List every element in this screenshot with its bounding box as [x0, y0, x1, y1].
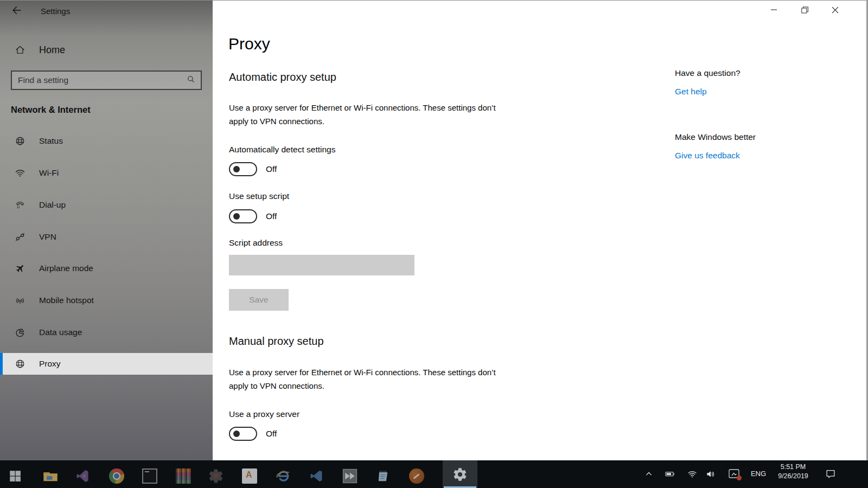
windows-logo-icon: [8, 469, 22, 483]
back-arrow-icon: [11, 4, 23, 18]
tray-time: 5:51 PM: [764, 463, 822, 472]
orange-tool-icon: [409, 468, 424, 484]
automatic-proxy-heading: Automatic proxy setup: [229, 71, 336, 84]
taskbar-notepad-icon[interactable]: [372, 465, 394, 487]
terminal-window-icon: [142, 468, 157, 484]
ie-logo-icon: [275, 468, 291, 484]
taskbar-archive-manager-icon[interactable]: [173, 465, 194, 487]
taskbar-settings-icon-active[interactable]: [443, 460, 477, 488]
settings-gear-icon: [452, 467, 468, 482]
restore-button[interactable]: [792, 2, 817, 18]
sidebar-item-proxy[interactable]: Proxy: [0, 353, 213, 375]
back-button[interactable]: [10, 4, 24, 18]
notification-badge: [737, 476, 742, 480]
detect-settings-label: Automatically detect settings: [229, 145, 335, 155]
vscode-logo-icon: [309, 468, 324, 484]
have-a-question-heading: Have a question?: [675, 68, 741, 78]
sidebar-item-vpn[interactable]: VPN: [0, 226, 213, 248]
taskbar-internet-explorer-icon[interactable]: [272, 465, 294, 487]
tray-clock[interactable]: 5:51 PM 9/26/2019: [764, 463, 822, 481]
automatic-proxy-description: Use a proxy server for Ethernet or Wi-Fi…: [229, 101, 511, 128]
tray-notification-app-icon[interactable]: [727, 468, 741, 480]
sidebar-item-data-usage[interactable]: Data usage: [0, 322, 213, 343]
toggle-knob: [233, 213, 240, 220]
proxy-settings-page: Proxy Automatic proxy setup Use a proxy …: [213, 0, 868, 460]
taskbar-command-prompt-icon[interactable]: [139, 465, 161, 487]
pie-chart-icon: [15, 327, 25, 338]
sidebar-item-home[interactable]: Home: [0, 40, 213, 60]
script-address-label: Script address: [229, 238, 283, 248]
window-title: Settings: [41, 7, 70, 16]
action-center-icon: [825, 468, 837, 480]
home-icon: [15, 44, 25, 55]
toggle-knob: [233, 166, 240, 172]
taskbar-media-forward-icon[interactable]: [339, 465, 361, 487]
airplane-icon: [15, 263, 25, 274]
tray-wifi-icon[interactable]: [687, 468, 698, 479]
start-button[interactable]: [4, 465, 26, 487]
chevron-up-icon: [643, 468, 654, 479]
home-label: Home: [39, 44, 65, 56]
globe-icon: [15, 358, 25, 369]
setup-script-label: Use setup script: [229, 191, 289, 201]
close-icon: [832, 7, 839, 14]
detect-settings-toggle[interactable]: [229, 162, 257, 176]
sidebar-section-heading: Network & Internet: [11, 105, 91, 115]
tray-date: 9/26/2019: [764, 472, 822, 481]
toggle-knob: [233, 431, 240, 437]
minimize-button[interactable]: [762, 2, 787, 18]
tray-hidden-icons-chevron[interactable]: [643, 468, 654, 479]
vpn-icon: [15, 232, 25, 242]
dark-gear-icon: [208, 468, 224, 484]
settings-search-box[interactable]: [11, 70, 202, 90]
setup-script-toggle[interactable]: [229, 209, 257, 223]
setup-script-state: Off: [266, 211, 277, 221]
use-proxy-server-state: Off: [266, 429, 277, 439]
give-us-feedback-link[interactable]: Give us feedback: [675, 151, 740, 160]
fast-forward-icon: [342, 468, 358, 484]
window-top-border: [0, 0, 868, 1]
taskbar-screwdriver-tool-icon[interactable]: [406, 465, 427, 487]
tray-volume-icon[interactable]: [705, 468, 716, 479]
restore-down-icon: [801, 7, 808, 14]
detect-settings-state: Off: [266, 164, 277, 174]
hotspot-icon: [15, 295, 25, 306]
search-icon[interactable]: [186, 74, 196, 86]
sidebar-item-airplane-mode[interactable]: Airplane mode: [0, 258, 213, 279]
phone-icon: [15, 200, 25, 210]
settings-sidebar: Settings Home Network & Internet Status: [0, 0, 213, 460]
taskbar-vs-code-icon[interactable]: [305, 465, 327, 487]
tray-battery-icon[interactable]: [664, 468, 676, 479]
sidebar-titlebar: Settings: [0, 0, 213, 22]
taskbar-java-ide-icon[interactable]: [205, 465, 227, 487]
taskbar-visual-studio-icon[interactable]: [72, 465, 93, 487]
taskbar-text-editor-icon[interactable]: [239, 465, 260, 487]
taskbar-file-explorer-icon[interactable]: [40, 465, 61, 487]
sidebar-item-status[interactable]: Status: [0, 130, 213, 152]
taskbar: ENG 5:51 PM 9/26/2019: [0, 460, 868, 488]
action-center-button[interactable]: [825, 468, 837, 480]
get-help-link[interactable]: Get help: [675, 87, 707, 97]
make-windows-better-heading: Make Windows better: [675, 132, 756, 142]
wifi-icon: [15, 168, 25, 178]
save-button[interactable]: Save: [229, 289, 289, 311]
manual-proxy-description: Use a proxy server for Ethernet or Wi-Fi…: [229, 365, 511, 393]
taskbar-chrome-icon[interactable]: [106, 465, 127, 487]
document-a-icon: [242, 468, 257, 484]
sidebar-item-mobile-hotspot[interactable]: Mobile hotspot: [0, 290, 213, 311]
archive-books-icon: [176, 468, 191, 484]
sidebar-item-wifi[interactable]: Wi-Fi: [0, 162, 213, 184]
close-button[interactable]: [822, 2, 847, 18]
desktop-screen: Settings Home Network & Internet Status: [0, 0, 868, 488]
use-proxy-server-label: Use a proxy server: [229, 409, 299, 419]
globe-icon: [15, 136, 25, 146]
chrome-logo-icon: [109, 468, 124, 484]
use-proxy-server-toggle[interactable]: [229, 427, 257, 441]
notepad-icon: [375, 468, 391, 484]
sidebar-item-dialup[interactable]: Dial-up: [0, 194, 213, 216]
speaker-icon: [705, 468, 716, 479]
minimize-icon: [771, 7, 777, 13]
manual-proxy-heading: Manual proxy setup: [229, 335, 324, 348]
search-input[interactable]: [17, 75, 186, 86]
script-address-input[interactable]: [229, 255, 414, 275]
